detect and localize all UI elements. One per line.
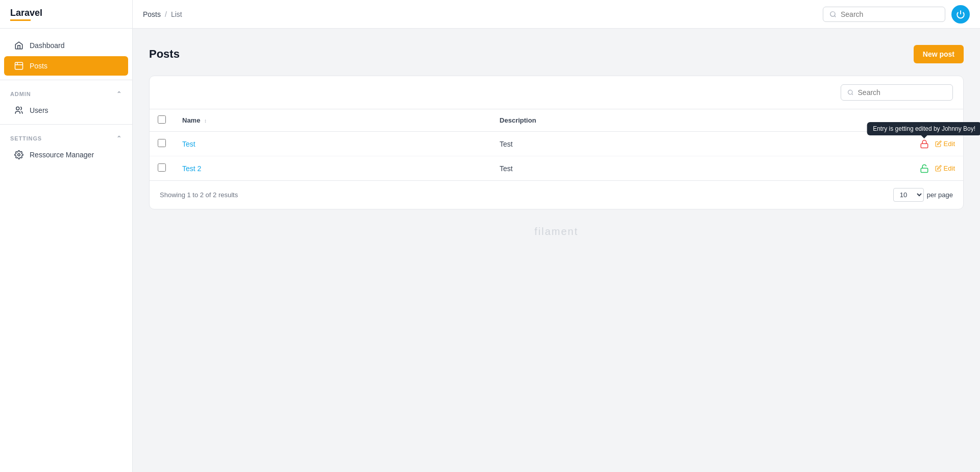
page-header: Posts New post: [149, 45, 964, 63]
row-2-name: Test 2: [174, 156, 492, 181]
svg-point-5: [830, 11, 835, 16]
filament-watermark: filament: [149, 226, 964, 238]
nav-divider-1: [0, 80, 132, 80]
svg-point-4: [18, 154, 20, 156]
users-icon: [14, 106, 23, 115]
table-footer: Showing 1 to 2 of 2 results 10 25 50 100…: [150, 180, 963, 209]
power-icon: [956, 10, 965, 19]
table-row: Test Test Entry is getting edited by Joh…: [150, 132, 963, 156]
breadcrumb-current: List: [171, 10, 182, 18]
breadcrumb-parent: Posts: [143, 10, 161, 18]
settings-icon: [14, 150, 23, 159]
row-1-actions: Entry is getting edited by Johnny Boy!: [902, 132, 963, 156]
select-all-header: [150, 109, 174, 132]
table-search-input[interactable]: [858, 88, 946, 97]
showing-text: Showing 1 to 2 of 2 results: [160, 191, 238, 199]
sort-indicator: ↕: [204, 118, 207, 124]
row-1-checkbox[interactable]: [158, 139, 166, 147]
table-search-icon: [847, 89, 854, 96]
posts-label: Posts: [30, 62, 47, 70]
posts-table-card: Name ↕ Description Test Test: [149, 76, 964, 209]
sidebar-nav: Dashboard Posts ADMIN ⌃ Users: [0, 29, 132, 472]
global-search-input[interactable]: [841, 10, 939, 18]
row-2-actions: Edit: [902, 156, 963, 181]
row-2-lock-icon: [920, 164, 929, 173]
box-icon: [14, 61, 23, 70]
sidebar-item-dashboard[interactable]: Dashboard: [4, 36, 128, 55]
search-icon: [829, 11, 837, 18]
nav-divider-2: [0, 124, 132, 125]
description-column-header: Description: [492, 109, 902, 132]
table-search-bar[interactable]: [841, 84, 953, 101]
row-1-edit-button[interactable]: Edit: [935, 140, 955, 148]
main-content: Posts New post Name ↕: [133, 29, 980, 472]
settings-chevron-icon: ⌃: [116, 135, 122, 142]
actions-column-header: [902, 109, 963, 132]
row-1-lock-icon: [920, 139, 929, 149]
table-row: Test 2 Test: [150, 156, 963, 181]
row-1-name: Test: [174, 132, 492, 156]
per-page-select: 10 25 50 100 per page: [893, 188, 953, 202]
topbar-right: [823, 5, 970, 23]
svg-point-3: [16, 107, 19, 110]
admin-section-label: ADMIN ⌃: [0, 84, 132, 100]
svg-rect-0: [15, 62, 23, 69]
admin-chevron-icon: ⌃: [116, 90, 122, 98]
new-post-button[interactable]: New post: [914, 45, 964, 63]
svg-rect-11: [921, 168, 928, 172]
row-2-checkbox[interactable]: [158, 163, 166, 172]
row-2-edit-button[interactable]: Edit: [935, 164, 955, 172]
svg-line-6: [835, 15, 836, 17]
sidebar: Laravel Dashboard Posts ADMIN ⌃: [0, 0, 133, 472]
sidebar-item-posts[interactable]: Posts: [4, 56, 128, 76]
row-2-checkbox-cell: [150, 156, 174, 181]
posts-table: Name ↕ Description Test Test: [150, 109, 963, 180]
dashboard-label: Dashboard: [30, 41, 65, 50]
breadcrumb-separator: /: [165, 10, 167, 18]
users-label: Users: [30, 106, 48, 114]
global-search-bar[interactable]: [823, 7, 945, 22]
pencil-icon: [935, 165, 942, 172]
sidebar-item-users[interactable]: Users: [4, 101, 128, 120]
settings-section-label: SETTINGS ⌃: [0, 129, 132, 144]
row-1-lock-wrap: Entry is getting edited by Johnny Boy!: [920, 139, 929, 149]
locked-icon: [920, 139, 929, 149]
breadcrumb: Posts / List: [143, 10, 182, 18]
power-button[interactable]: [951, 5, 970, 23]
pencil-icon: [935, 140, 942, 147]
row-2-description: Test: [492, 156, 902, 181]
per-page-dropdown[interactable]: 10 25 50 100: [893, 188, 924, 202]
svg-point-8: [848, 90, 852, 94]
row-1-description: Test: [492, 132, 902, 156]
home-icon: [14, 41, 23, 50]
page-title: Posts: [149, 48, 180, 61]
unlocked-icon: [920, 164, 929, 173]
svg-rect-10: [921, 144, 928, 148]
per-page-label: per page: [927, 191, 953, 199]
topbar: Posts / List: [0, 0, 980, 29]
sidebar-item-resource-manager[interactable]: Ressource Manager: [4, 145, 128, 164]
logo-accent: [10, 19, 31, 21]
app-logo: Laravel: [0, 0, 132, 29]
row-1-checkbox-cell: [150, 132, 174, 156]
select-all-checkbox[interactable]: [158, 115, 166, 124]
resource-manager-label: Ressource Manager: [30, 151, 94, 159]
app-name: Laravel: [10, 8, 42, 18]
name-column-header[interactable]: Name ↕: [174, 109, 492, 132]
svg-line-9: [852, 93, 853, 95]
table-toolbar: [150, 76, 963, 109]
